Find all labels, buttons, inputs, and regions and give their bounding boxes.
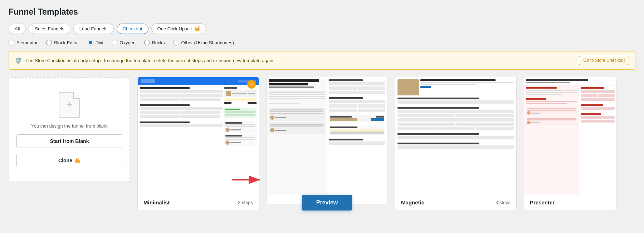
mid-av-name-2 [275, 130, 286, 131]
radio-oxygen[interactable]: Oxygen [112, 40, 136, 45]
radio-elementor[interactable]: Elementor [9, 40, 38, 45]
min-cart-img [226, 91, 231, 96]
plus-icon: + [67, 99, 72, 110]
mid-big-title2 [269, 83, 308, 85]
mid-half-last [358, 86, 386, 90]
mag-section-shipping [397, 133, 479, 135]
mid-field-account [329, 91, 385, 94]
pink-field-email [581, 90, 615, 93]
min-field-zip [140, 115, 180, 118]
mid-field-addr [329, 100, 385, 103]
mid-prod-header [330, 116, 384, 118]
radio-block-editor[interactable]: Block Editor [46, 40, 79, 45]
arrow-indicator [232, 173, 264, 187]
mid-section-shipping [329, 139, 363, 140]
tab-checkout[interactable]: Checkout [117, 24, 148, 34]
pink-half-first [581, 94, 597, 97]
pink-top-title [526, 79, 588, 81]
radio-block-editor-input[interactable] [46, 40, 52, 45]
mid-row-name [329, 86, 385, 90]
mag-desc-line-2 [420, 84, 477, 85]
mag-section-payment [397, 143, 479, 144]
pink-av-2 [527, 121, 531, 124]
tab-lead[interactable]: Lead Funnels [73, 24, 114, 34]
card-footer-minimalist: Minimalist 2 steps [138, 195, 259, 210]
min-conf-item-2 [225, 112, 255, 113]
clone-button[interactable]: Clone 👑 [16, 154, 122, 167]
preview-button[interactable]: Preview [302, 195, 352, 210]
min-section-title-1 [140, 87, 190, 89]
mid-coupon [330, 129, 384, 132]
min-conf-item-3 [225, 114, 255, 115]
min-field-first [140, 98, 180, 101]
min-coupon [224, 98, 257, 101]
radio-divi[interactable]: Divi [88, 40, 103, 45]
mid-review-line-2 [270, 111, 323, 112]
mid-item-3 [269, 96, 325, 97]
min-field-addr1 [140, 107, 223, 110]
card-preview-middle [267, 77, 387, 195]
radio-other[interactable]: Other (Using Shortcodes) [174, 40, 234, 45]
mid-item-1 [269, 91, 325, 93]
min-test-review-1 [225, 124, 255, 125]
notice-link[interactable]: Go to Store Checkout [579, 56, 629, 65]
mid-prod-name [330, 118, 357, 121]
template-name-minimalist: Minimalist [143, 199, 170, 205]
radio-elementor-label: Elementor [16, 40, 38, 45]
mid-prod-qty [376, 116, 384, 118]
mag-section-plan [397, 98, 479, 99]
mid-review-box-2 [269, 122, 325, 134]
pink-av-row-1 [527, 111, 576, 115]
mid-section-info [329, 97, 363, 99]
mag-row-city [397, 123, 514, 126]
pink-top-sub [526, 82, 570, 83]
tab-all[interactable]: All [9, 24, 26, 34]
min-avatar-row-2 [225, 140, 255, 145]
pink-row-name [581, 94, 615, 97]
mid-prod-row [330, 118, 384, 121]
min-section-title-3 [140, 122, 190, 123]
pink-right [579, 85, 616, 195]
radio-bricks-input[interactable] [144, 40, 150, 45]
min-field-email [140, 90, 223, 93]
min-confidence [224, 108, 257, 118]
radio-bricks[interactable]: Bricks [144, 40, 165, 45]
radio-other-input[interactable] [174, 40, 179, 45]
radio-oxygen-input[interactable] [112, 40, 117, 45]
card-preview-presenter [524, 77, 616, 195]
preview-overlay: Preview [302, 195, 352, 210]
pink-field-payment [581, 116, 615, 119]
min-avatar-2 [225, 140, 230, 145]
mag-field-first [397, 114, 455, 117]
start-from-blank-button[interactable]: Start from Blank [16, 134, 122, 148]
mid-av-row-2 [270, 128, 323, 132]
clone-crown-icon: 👑 [74, 158, 80, 163]
min-cart-text [232, 93, 247, 94]
min-total-label [224, 102, 231, 104]
min-avatar-1 [225, 128, 230, 132]
radio-elementor-input[interactable] [9, 40, 14, 45]
radio-divi-input[interactable] [88, 40, 93, 45]
mag-field-city [397, 123, 455, 126]
card-footer-magnetic: Magnetic 3 steps [395, 195, 516, 210]
radio-oxygen-label: Oxygen [119, 40, 136, 45]
min-header [138, 77, 259, 85]
pink-review-line-2 [527, 110, 576, 111]
mid-right [327, 77, 387, 195]
tab-sales[interactable]: Sales Funnels [29, 24, 70, 34]
card-preview-magnetic [395, 77, 516, 195]
mid-field-email [329, 82, 385, 85]
min-cart-price [248, 93, 255, 94]
mid-big-title [269, 79, 319, 82]
blank-card: + You can design the funnel from blank S… [9, 77, 130, 182]
blank-description: You can design the funnel from blank [31, 123, 107, 129]
mid-order-item-1 [330, 132, 384, 133]
min-test-title-2 [225, 135, 242, 137]
pink-section-1 [526, 87, 557, 89]
mid-half-country [358, 109, 386, 112]
clone-label: Clone [58, 158, 72, 163]
min-field-city [140, 111, 180, 114]
tab-upsell[interactable]: One Click Upsell 👑 [151, 23, 206, 34]
notice-bar: 🛡️ The Store Checkout is already setup. … [9, 51, 635, 70]
template-card-presenter: Presenter [524, 77, 617, 210]
